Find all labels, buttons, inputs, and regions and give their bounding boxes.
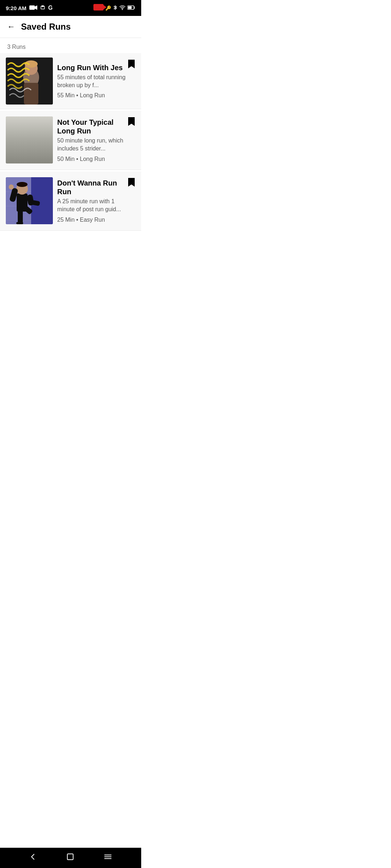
svg-rect-21 — [6, 153, 53, 163]
battery-icon — [127, 5, 135, 11]
header: ← Saved Runs — [0, 16, 141, 38]
run-description-2: 50 minute long run, which includes 5 str… — [57, 137, 131, 153]
svg-rect-28 — [25, 153, 30, 163]
svg-rect-46 — [16, 222, 23, 224]
svg-rect-12 — [6, 116, 53, 163]
svg-rect-16 — [37, 125, 51, 153]
svg-rect-6 — [128, 6, 132, 9]
wifi-icon — [119, 5, 126, 11]
svg-point-47 — [9, 184, 14, 190]
svg-marker-1 — [35, 5, 37, 10]
run-description-1: 55 minutes of total running broken up by… — [57, 73, 131, 90]
run-meta-2: 50 Min • Long Run — [57, 156, 131, 162]
run-item-3[interactable]: Don't Wanna Run Run A 25 minute run with… — [0, 171, 141, 231]
svg-rect-18 — [16, 127, 19, 130]
status-right: 🔑 — [93, 4, 135, 12]
svg-rect-3 — [42, 5, 44, 7]
sim-icon — [40, 5, 45, 11]
svg-rect-17 — [11, 127, 14, 130]
svg-rect-43 — [18, 210, 23, 224]
bookmark-button-1[interactable] — [127, 59, 135, 71]
nav-menu-button[interactable] — [101, 850, 115, 866]
back-button[interactable]: ← — [7, 22, 15, 31]
svg-point-4 — [122, 9, 123, 10]
svg-point-24 — [24, 122, 37, 128]
run-thumbnail-3 — [6, 177, 53, 224]
run-info-3: Don't Wanna Run Run A 25 minute run with… — [53, 176, 135, 226]
bookmark-button-3[interactable] — [127, 177, 135, 190]
run-info-2: Not Your Typical Long Run 50 minute long… — [53, 115, 135, 165]
nav-back-button[interactable] — [26, 850, 40, 866]
run-title-1: Long Run With Jes — [57, 63, 131, 72]
svg-rect-22 — [24, 136, 38, 154]
record-icon — [93, 4, 104, 12]
svg-rect-14 — [9, 124, 20, 153]
run-item-2[interactable]: Not Your Typical Long Run 50 minute long… — [0, 111, 141, 170]
page-title: Saved Runs — [21, 22, 71, 32]
bookmark-button-2[interactable] — [127, 116, 135, 129]
run-thumbnail-1 — [6, 58, 53, 105]
svg-rect-13 — [6, 116, 53, 138]
g-icon: G — [48, 5, 52, 11]
run-count-label: 3 Runs — [0, 38, 141, 53]
svg-rect-30 — [24, 161, 31, 163]
svg-rect-20 — [16, 133, 19, 136]
svg-point-10 — [25, 60, 38, 68]
run-title-3: Don't Wanna Run Run — [57, 179, 131, 196]
status-time: 9:20 AM — [6, 5, 26, 11]
svg-rect-29 — [32, 153, 38, 163]
svg-point-23 — [24, 124, 38, 138]
svg-rect-31 — [31, 161, 38, 163]
run-title-2: Not Your Typical Long Run — [57, 118, 131, 135]
run-meta-1: 55 Min • Long Run — [57, 92, 131, 99]
svg-rect-19 — [11, 133, 14, 136]
svg-rect-15 — [24, 127, 33, 153]
nav-home-button[interactable] — [63, 850, 77, 866]
svg-point-40 — [17, 182, 28, 187]
svg-point-26 — [13, 137, 18, 142]
svg-rect-11 — [24, 83, 38, 105]
run-list: Long Run With Jes 55 minutes of total ru… — [0, 53, 141, 232]
bottom-nav — [0, 848, 141, 868]
run-meta-3: 25 Min • Easy Run — [57, 217, 131, 223]
run-info-1: Long Run With Jes 55 minutes of total ru… — [53, 60, 135, 102]
run-description-3: A 25 minute run with 1 minute of post ru… — [57, 197, 131, 214]
status-bar: 9:20 AM G 🔑 — [0, 0, 141, 16]
run-thumbnail-2 — [6, 116, 53, 163]
video-status-icon — [29, 5, 37, 11]
svg-rect-27 — [37, 137, 45, 143]
svg-rect-48 — [67, 854, 73, 860]
bluetooth-icon — [113, 5, 117, 12]
svg-rect-25 — [16, 137, 25, 144]
run-item[interactable]: Long Run With Jes 55 minutes of total ru… — [0, 53, 141, 109]
status-left: 9:20 AM G — [6, 5, 52, 11]
svg-rect-0 — [29, 5, 35, 10]
